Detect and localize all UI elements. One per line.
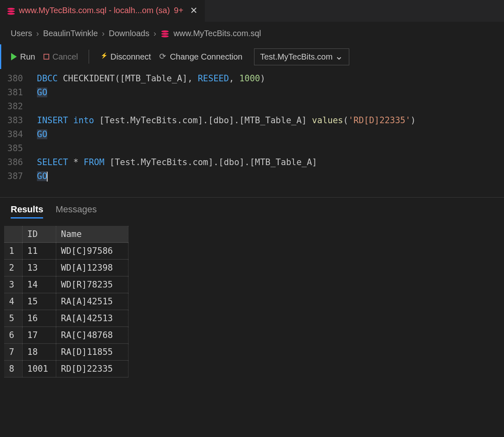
breadcrumb-item[interactable]: www.MyTecBits.com.sql	[174, 29, 261, 38]
cell[interactable]: RA[D]11855	[56, 344, 128, 361]
code-line[interactable]: 383INSERT into [Test.MyTecBits.com].[dbo…	[0, 113, 504, 127]
code-line[interactable]: 385	[0, 141, 504, 155]
code-line[interactable]: 381GO	[0, 85, 504, 99]
line-number: 385	[0, 141, 37, 155]
line-number: 386	[0, 155, 37, 169]
table-row[interactable]: 111WD[C]97586	[4, 243, 128, 260]
cell[interactable]: 16	[22, 310, 56, 327]
change-connection-label: Change Connection	[170, 52, 243, 62]
table-row[interactable]: 617RA[C]48768	[4, 327, 128, 344]
results-grid[interactable]: IDName111WD[C]97586213WD[A]12398314WD[R]…	[4, 226, 128, 377]
editor-tab[interactable]: www.MyTecBits.com.sql - localh...om (sa)…	[0, 0, 205, 22]
row-number: 1	[4, 243, 22, 260]
column-header[interactable]: ID	[22, 226, 56, 243]
line-number: 383	[0, 113, 37, 127]
stop-icon	[44, 54, 49, 60]
database-icon	[161, 30, 169, 36]
line-number: 380	[0, 71, 37, 85]
cell[interactable]: 14	[22, 276, 56, 293]
divider	[89, 50, 89, 64]
code-content[interactable]: DBCC CHECKIDENT([MTB_Table_A], RESEED, 1…	[37, 71, 265, 85]
cancel-label: Cancel	[53, 52, 78, 62]
table-row[interactable]: 314WD[R]78235	[4, 276, 128, 293]
chevron-right-icon: ›	[102, 29, 105, 38]
code-line[interactable]: 386SELECT * FROM [Test.MyTecBits.com].[d…	[0, 155, 504, 169]
code-line[interactable]: 380DBCC CHECKIDENT([MTB_Table_A], RESEED…	[0, 71, 504, 85]
chevron-right-icon: ›	[153, 29, 156, 38]
tab-bar: www.MyTecBits.com.sql - localh...om (sa)…	[0, 0, 504, 22]
tab-results[interactable]: Results	[11, 204, 43, 218]
code-editor[interactable]: 380DBCC CHECKIDENT([MTB_Table_A], RESEED…	[0, 69, 504, 193]
table-row[interactable]: 415RA[A]42515	[4, 293, 128, 310]
run-label: Run	[20, 52, 35, 62]
disconnect-icon	[100, 53, 107, 60]
line-number: 387	[0, 169, 37, 183]
disconnect-button[interactable]: Disconnect	[100, 52, 151, 62]
cell[interactable]: 18	[22, 344, 56, 361]
cell[interactable]: 17	[22, 327, 56, 344]
code-content[interactable]: INSERT into [Test.MyTecBits.com].[dbo].[…	[37, 113, 416, 127]
disconnect-label: Disconnect	[110, 52, 151, 62]
cell[interactable]: RD[D]22335	[56, 361, 128, 377]
row-number: 3	[4, 276, 22, 293]
table-row[interactable]: 81001RD[D]22335	[4, 361, 128, 377]
table-row[interactable]: 718RA[D]11855	[4, 344, 128, 361]
cell[interactable]: RA[A]42515	[56, 293, 128, 310]
breadcrumb-item[interactable]: Downloads	[109, 29, 149, 38]
refresh-icon	[159, 53, 167, 60]
tab-messages[interactable]: Messages	[55, 204, 96, 218]
cell[interactable]: RA[C]48768	[56, 327, 128, 344]
code-line[interactable]: 387GO	[0, 169, 504, 183]
line-number: 381	[0, 85, 37, 99]
cancel-button[interactable]: Cancel	[44, 52, 78, 62]
change-connection-button[interactable]: Change Connection	[159, 52, 243, 62]
tab-title: www.MyTecBits.com.sql - localh...om (sa)	[19, 6, 170, 15]
breadcrumb: Users › BeaulinTwinkle › Downloads › www…	[0, 22, 504, 44]
database-select-value: Test.MyTecBits.com	[260, 52, 333, 61]
code-content[interactable]: GO	[37, 85, 47, 99]
row-number: 5	[4, 310, 22, 327]
breadcrumb-item[interactable]: BeaulinTwinkle	[43, 29, 98, 38]
text-cursor	[47, 172, 48, 182]
cell[interactable]: 13	[22, 260, 56, 276]
database-select[interactable]: Test.MyTecBits.com	[254, 48, 350, 65]
row-number: 6	[4, 327, 22, 344]
cell[interactable]: 15	[22, 293, 56, 310]
line-number: 382	[0, 99, 37, 113]
database-icon	[7, 8, 15, 14]
row-number: 2	[4, 260, 22, 276]
row-number: 7	[4, 344, 22, 361]
code-content[interactable]: SELECT * FROM [Test.MyTecBits.com].[dbo]…	[37, 155, 317, 169]
cell[interactable]: WD[R]78235	[56, 276, 128, 293]
code-line[interactable]: 384GO	[0, 127, 504, 141]
table-row[interactable]: 516RA[A]42513	[4, 310, 128, 327]
results-tab-bar: Results Messages	[0, 198, 504, 221]
cell[interactable]: WD[A]12398	[56, 260, 128, 276]
column-header[interactable]: Name	[56, 226, 128, 243]
cell[interactable]: 1001	[22, 361, 56, 377]
line-number: 384	[0, 127, 37, 141]
tab-badge: 9+	[174, 6, 183, 15]
toolbar: Run Cancel Disconnect Change Connection …	[0, 44, 504, 69]
close-icon[interactable]: ✕	[190, 5, 197, 16]
run-button[interactable]: Run	[11, 52, 35, 62]
play-icon	[11, 53, 17, 60]
code-line[interactable]: 382	[0, 99, 504, 113]
cell[interactable]: 11	[22, 243, 56, 260]
row-number: 8	[4, 361, 22, 377]
code-content[interactable]: GO	[37, 127, 47, 141]
breadcrumb-item[interactable]: Users	[11, 29, 32, 38]
cell[interactable]: RA[A]42513	[56, 310, 128, 327]
grid-corner	[4, 226, 22, 243]
cell[interactable]: WD[C]97586	[56, 243, 128, 260]
chevron-right-icon: ›	[36, 29, 39, 38]
row-number: 4	[4, 293, 22, 310]
code-content[interactable]: GO	[37, 169, 48, 183]
table-row[interactable]: 213WD[A]12398	[4, 260, 128, 276]
